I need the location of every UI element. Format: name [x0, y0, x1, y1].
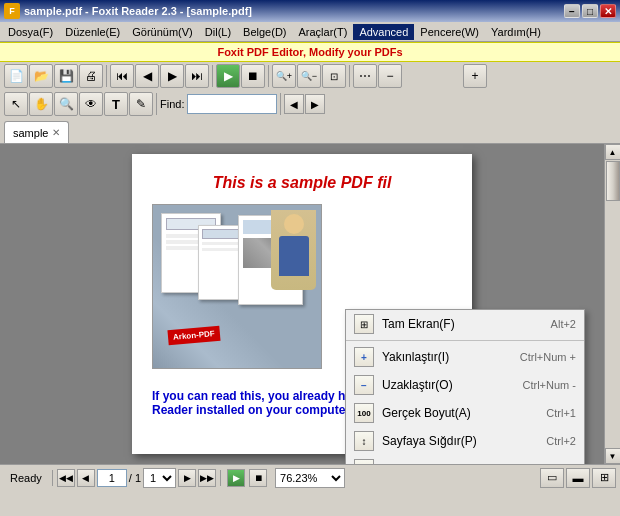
ctx-gercek-label: Gerçek Boyut(A): [382, 406, 538, 420]
ctx-yakin-label: Yakınlaştır(I): [382, 350, 512, 364]
scroll-up-btn[interactable]: ▲: [605, 144, 621, 160]
more-btn[interactable]: ⋯: [353, 64, 377, 88]
view-grid-btn[interactable]: ⊞: [592, 468, 616, 488]
tab-close-btn[interactable]: ✕: [52, 127, 60, 138]
ctx-genislik-label: Genişliği Sığdır(W): [382, 462, 538, 464]
menu-pencere[interactable]: Pencere(W): [414, 24, 485, 40]
title-bar: F sample.pdf - Foxit Reader 2.3 - [sampl…: [0, 0, 620, 22]
page-navigation: ◀◀ ◀ / 1 1 ▶ ▶▶: [57, 468, 216, 488]
select-btn[interactable]: ↖: [4, 92, 28, 116]
play-btn[interactable]: ▶: [216, 64, 240, 88]
ctx-tamekran-label: Tam Ekran(F): [382, 317, 543, 331]
next-page-status-btn[interactable]: ▶: [178, 469, 196, 487]
status-sep-1: [52, 470, 53, 486]
scroll-track: [605, 160, 620, 448]
pdf-badge: Arkon-PDF: [167, 326, 220, 345]
ctx-uzak-shortcut: Ctrl+Num -: [523, 379, 576, 391]
hand-btn[interactable]: ✋: [29, 92, 53, 116]
ctx-sayfa-label: Sayfaya Sığdır(P): [382, 434, 538, 448]
close-button[interactable]: ✕: [600, 4, 616, 18]
minimize-button[interactable]: −: [564, 4, 580, 18]
find-next-btn[interactable]: ▶: [305, 94, 325, 114]
ctx-yakin-shortcut: Ctrl+Num +: [520, 351, 576, 363]
last-page-status-btn[interactable]: ▶▶: [198, 469, 216, 487]
print-button[interactable]: 🖨: [79, 64, 103, 88]
status-sep-2: [220, 470, 221, 486]
stop-status-btn[interactable]: ⏹: [249, 469, 267, 487]
status-icons: ▭ ▬ ⊞: [540, 468, 616, 488]
page-select[interactable]: 1: [143, 468, 176, 488]
save-button[interactable]: 💾: [54, 64, 78, 88]
view-double-btn[interactable]: ▬: [566, 468, 590, 488]
pdf-img-inner: Arkon-PDF: [153, 205, 321, 368]
pdf-title: This is a sample PDF fil: [152, 174, 452, 192]
zoom-out-btn[interactable]: 🔍−: [297, 64, 321, 88]
ctx-genislik-sigdir[interactable]: ↔ Genişliği Sığdır(W) Ctrl+3: [346, 455, 584, 464]
ctx-genislik-shortcut: Ctrl+3: [546, 463, 576, 464]
separator-4: [349, 65, 350, 87]
play-status-btn[interactable]: ▶: [227, 469, 245, 487]
tab-label: sample: [13, 127, 48, 139]
separator-3: [268, 65, 269, 87]
ctx-tamekran-shortcut: Alt+2: [551, 318, 576, 330]
ctx-gercek-icon: 100: [354, 403, 374, 423]
menu-advanced[interactable]: Advanced: [353, 24, 414, 40]
ctx-yakinlastir[interactable]: + Yakınlaştır(I) Ctrl+Num +: [346, 343, 584, 371]
first-page-btn[interactable]: ⏮: [110, 64, 134, 88]
zoom-in-btn[interactable]: 🔍+: [272, 64, 296, 88]
maximize-button[interactable]: □: [582, 4, 598, 18]
menu-gorunum[interactable]: Görünüm(V): [126, 24, 199, 40]
first-page-status-btn[interactable]: ◀◀: [57, 469, 75, 487]
scroll-down-btn[interactable]: ▼: [605, 448, 621, 464]
separator-1: [106, 65, 107, 87]
find-prev-btn[interactable]: ◀: [284, 94, 304, 114]
ctx-uzaklastir[interactable]: − Uzaklaştır(O) Ctrl+Num -: [346, 371, 584, 399]
content-area: This is a sample PDF fil: [0, 144, 620, 464]
ctx-uzak-label: Uzaklaştır(O): [382, 378, 515, 392]
eyeglass-btn[interactable]: 👁: [79, 92, 103, 116]
title-text: sample.pdf - Foxit Reader 2.3 - [sample.…: [24, 5, 252, 17]
menu-duzenle[interactable]: Düzenle(E): [59, 24, 126, 40]
ctx-uzak-icon: −: [354, 375, 374, 395]
find-label: Find:: [160, 98, 184, 110]
magnifier-btn[interactable]: 🔍: [54, 92, 78, 116]
ctx-sayfa-icon: ↕: [354, 431, 374, 451]
new-button[interactable]: 📄: [4, 64, 28, 88]
prev-page-status-btn[interactable]: ◀: [77, 469, 95, 487]
menu-dosya[interactable]: Dosya(F): [2, 24, 59, 40]
vertical-scrollbar: ▲ ▼: [604, 144, 620, 464]
ctx-yakin-icon: +: [354, 347, 374, 367]
next-page-btn[interactable]: ▶: [160, 64, 184, 88]
tab-bar: sample ✕: [0, 118, 620, 144]
separator-2: [212, 65, 213, 87]
ctx-gercek-boyut[interactable]: 100 Gerçek Boyut(A) Ctrl+1: [346, 399, 584, 427]
toolbar-row-1: 📄 📂 💾 🖨 ⏮ ◀ ▶ ⏭ ▶ ⏹ 🔍+ 🔍− ⊡ ⋯ − +: [0, 62, 620, 90]
ctx-tam-ekran[interactable]: ⊞ Tam Ekran(F) Alt+2: [346, 310, 584, 338]
open-button[interactable]: 📂: [29, 64, 53, 88]
find-input[interactable]: [187, 94, 277, 114]
promo-bar[interactable]: Foxit PDF Editor, Modify your PDFs: [0, 42, 620, 62]
toolbar-row-2: ↖ ✋ 🔍 👁 T ✎ Find: ◀ ▶: [0, 90, 620, 118]
menu-dil[interactable]: Dil(L): [199, 24, 237, 40]
ctx-genislik-icon: ↔: [354, 459, 374, 464]
view-single-btn[interactable]: ▭: [540, 468, 564, 488]
zoom-fit-btn[interactable]: ⊡: [322, 64, 346, 88]
menu-bar: Dosya(F) Düzenle(E) Görünüm(V) Dil(L) Be…: [0, 22, 620, 42]
zoom-select[interactable]: 76.23% 50% 75% 100% 125% 150%: [275, 468, 345, 488]
status-text: Ready: [4, 472, 48, 484]
text-btn[interactable]: T: [104, 92, 128, 116]
menu-araclar[interactable]: Araçlar(T): [292, 24, 353, 40]
scroll-thumb[interactable]: [606, 161, 620, 201]
pencil-btn[interactable]: ✎: [129, 92, 153, 116]
page-number-input[interactable]: [97, 469, 127, 487]
stop-btn[interactable]: ⏹: [241, 64, 265, 88]
menu-yardim[interactable]: Yardım(H): [485, 24, 547, 40]
last-page-btn[interactable]: ⏭: [185, 64, 209, 88]
ctx-sayfa-sigdir[interactable]: ↕ Sayfaya Sığdır(P) Ctrl+2: [346, 427, 584, 455]
menu-belge[interactable]: Belge(D): [237, 24, 292, 40]
zoom-plus-btn[interactable]: +: [463, 64, 487, 88]
prev-page-btn[interactable]: ◀: [135, 64, 159, 88]
pdf-image: Arkon-PDF: [152, 204, 322, 369]
tab-sample[interactable]: sample ✕: [4, 121, 69, 143]
zoom-minus-btn[interactable]: −: [378, 64, 402, 88]
